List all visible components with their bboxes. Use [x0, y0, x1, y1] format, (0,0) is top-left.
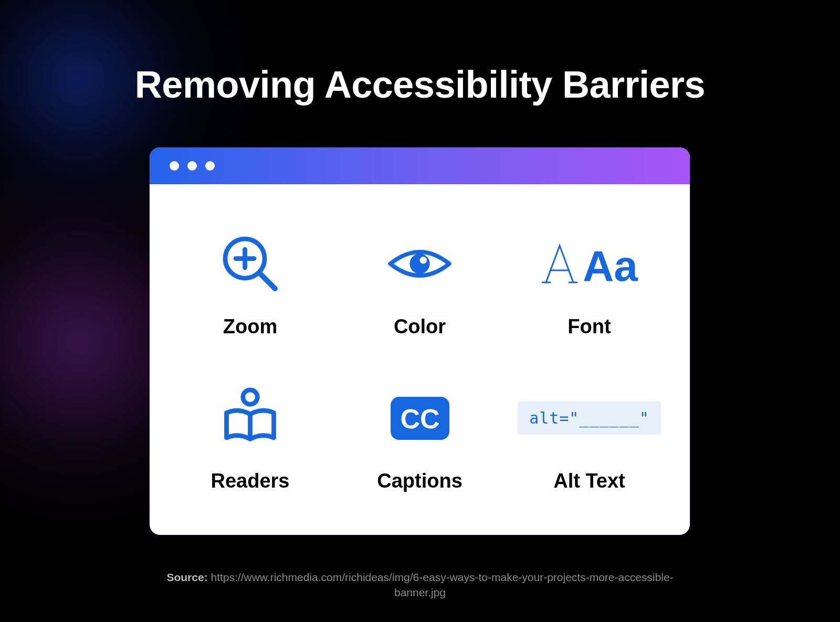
alt-text-sample: alt="______" [518, 402, 661, 435]
feature-label-font: Font [568, 315, 611, 338]
feature-cell-readers: Readers [171, 370, 330, 509]
window-header [150, 147, 690, 184]
alt-text-icon: alt="______" [518, 387, 661, 450]
window-dot [187, 161, 197, 171]
feature-cell-alttext: alt="______" Alt Text [510, 370, 669, 509]
svg-text:CC: CC [400, 404, 439, 434]
svg-point-5 [420, 257, 427, 264]
feature-label-zoom: Zoom [223, 315, 277, 338]
window-dot [170, 161, 179, 171]
svg-text:Aa: Aa [583, 242, 638, 290]
zoom-in-icon [217, 233, 283, 296]
window-card: Zoom Color [150, 147, 690, 535]
feature-grid: Zoom Color [150, 184, 690, 535]
feature-cell-zoom: Zoom [171, 216, 330, 354]
window-dot [205, 161, 215, 171]
feature-cell-color: Color [340, 216, 499, 354]
eye-icon [384, 233, 455, 296]
svg-line-3 [259, 273, 275, 289]
feature-label-readers: Readers [211, 470, 290, 492]
reader-icon [217, 387, 283, 450]
font-size-icon: Aa [534, 233, 645, 296]
feature-cell-font: Aa Font [510, 216, 669, 354]
source-prefix: Source: [166, 571, 211, 583]
feature-cell-captions: CC Captions [340, 370, 499, 509]
closed-captions-icon: CC [388, 387, 452, 450]
source-citation: Source: https://www.richmedia.com/richid… [0, 570, 840, 600]
feature-label-color: Color [394, 315, 446, 338]
svg-point-4 [410, 254, 429, 273]
source-url: https://www.richmedia.com/richideas/img/… [211, 571, 673, 598]
page-title: Removing Accessibility Barriers [0, 63, 840, 106]
feature-label-alttext: Alt Text [553, 470, 625, 492]
feature-label-captions: Captions [377, 470, 463, 492]
svg-point-10 [243, 390, 258, 405]
